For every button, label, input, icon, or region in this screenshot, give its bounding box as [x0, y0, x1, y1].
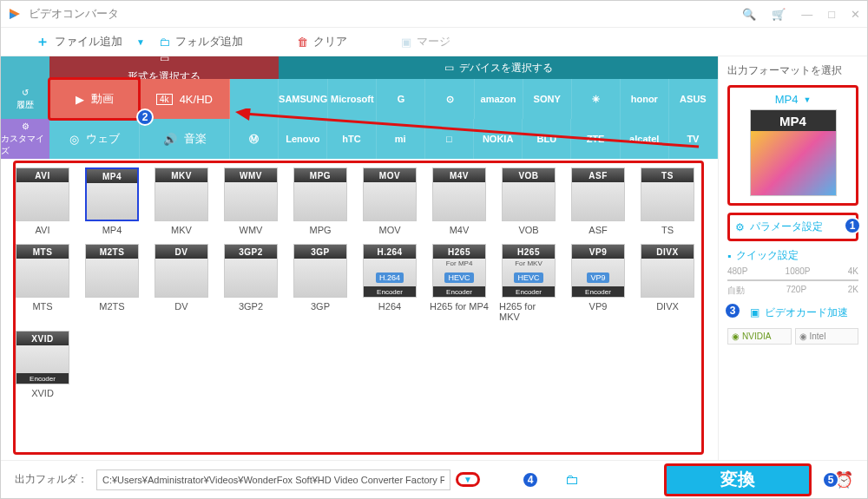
- annotation-badge-4: 4: [522, 471, 539, 489]
- convert-button[interactable]: 変換: [664, 463, 812, 496]
- format-mp4[interactable]: MP4MP4: [82, 167, 141, 235]
- format-vob[interactable]: VOBVOB: [499, 167, 558, 235]
- format-m2ts[interactable]: M2TSM2TS: [82, 244, 141, 322]
- brand-cell[interactable]: ZTE: [571, 119, 620, 159]
- format-vp9[interactable]: VP9VP9EncoderVP9: [569, 244, 628, 322]
- format-label: M4V: [450, 225, 470, 235]
- brand-cell[interactable]: SONY: [523, 79, 572, 119]
- cart-icon[interactable]: 🛒: [772, 8, 786, 21]
- parameter-settings-button[interactable]: ⚙ パラメータ設定 1: [727, 213, 858, 241]
- chevron-down-icon: ▼: [803, 95, 811, 104]
- gpu-accel-toggle[interactable]: 3 ▣ ビデオカード加速: [727, 304, 858, 321]
- brand-cell[interactable]: NOKIA: [474, 119, 523, 159]
- category-4k-label: 4K/HD: [180, 93, 213, 106]
- format-ts[interactable]: TSTS: [638, 167, 697, 235]
- format-mkv[interactable]: MKVMKV: [152, 167, 211, 235]
- brand-cell[interactable]: G: [377, 79, 425, 119]
- format-body: [641, 259, 694, 297]
- format-asf[interactable]: ASFASF: [569, 167, 628, 235]
- quality-slider[interactable]: [727, 279, 858, 281]
- category-tabbar: ▭形式を選択する ▭デバイスを選択する: [1, 56, 718, 79]
- format-dv[interactable]: DVDV: [152, 244, 211, 322]
- brand-cell[interactable]: Ⓜ: [230, 119, 279, 159]
- format-divx[interactable]: DIVXDIVX: [638, 244, 697, 322]
- history-label: 履歴: [16, 99, 34, 111]
- category-video[interactable]: ▶動画: [49, 79, 140, 119]
- format-label: TS: [661, 225, 674, 235]
- bottombar: 出力フォルダ： ▼ 4 🗀 変換 5 ⏰: [1, 460, 867, 498]
- format-header: DV: [155, 245, 207, 259]
- format-body: [433, 182, 485, 220]
- brand-cell[interactable]: mi: [377, 119, 425, 159]
- format-xvid[interactable]: XVIDEncoderXVID: [13, 331, 72, 398]
- format-header: MP4: [87, 169, 137, 183]
- category-audio[interactable]: 🔊音楽: [140, 119, 230, 159]
- format-header: TS: [641, 168, 694, 182]
- output-format-thumb: MP4: [750, 109, 837, 196]
- format-body: [155, 259, 207, 297]
- tab-format[interactable]: ▭形式を選択する: [49, 56, 279, 79]
- brand-cell[interactable]: honor: [621, 79, 669, 119]
- brand-cell[interactable]: TV: [669, 119, 718, 159]
- customize-icon: ⚙: [22, 121, 30, 131]
- sidebar-history[interactable]: ↺履歴: [1, 79, 49, 119]
- output-path-dropdown[interactable]: ▼: [456, 472, 480, 487]
- brand-cell[interactable]: hTC: [327, 119, 376, 159]
- sidebar-customize[interactable]: ⚙カスタマイズ: [1, 119, 49, 159]
- category-web-label: ウェブ: [86, 131, 120, 147]
- add-file-dropdown-icon[interactable]: ▼: [136, 37, 145, 47]
- format-body: [503, 182, 555, 220]
- brand-cell[interactable]: amazon: [475, 79, 523, 119]
- brand-cell[interactable]: ASUS: [669, 79, 718, 119]
- format-body: [225, 182, 277, 220]
- brand-cell[interactable]: [230, 79, 279, 119]
- format-3gp2[interactable]: 3GP23GP2: [221, 244, 280, 322]
- browse-folder-button[interactable]: 🗀: [565, 472, 579, 488]
- format-h265-for-mkv[interactable]: For MKVH265HEVCEncoderH265 for MKV: [499, 244, 558, 322]
- brand-cell[interactable]: SAMSUNG: [279, 79, 328, 119]
- brand-cell[interactable]: Lenovo: [279, 119, 327, 159]
- format-label: ASF: [589, 225, 607, 235]
- encoder-tag: Encoder: [572, 286, 624, 297]
- format-3gp[interactable]: 3GP3GP: [291, 244, 350, 322]
- gpu-nvidia-button[interactable]: ◉NVIDIA: [727, 328, 792, 345]
- format-h265-for-mp4[interactable]: For MP4H265HEVCEncoderH265 for MP4: [430, 244, 489, 322]
- format-header: 3GP2: [225, 245, 277, 259]
- output-format-preview[interactable]: MP4▼ MP4: [727, 85, 858, 206]
- format-m4v[interactable]: M4VM4V: [430, 167, 489, 235]
- format-label: MPG: [309, 225, 331, 235]
- format-mpg[interactable]: MPGMPG: [291, 167, 350, 235]
- merge-icon: ▣: [401, 36, 411, 49]
- merge-button[interactable]: ▣マージ: [392, 30, 459, 53]
- maximize-button[interactable]: □: [828, 8, 835, 21]
- brand-cell[interactable]: Microsoft: [328, 79, 377, 119]
- category-4k[interactable]: 4k4K/HD: [140, 79, 230, 119]
- brand-cell[interactable]: alcatel: [621, 119, 669, 159]
- brand-cell[interactable]: ✳: [572, 79, 621, 119]
- clear-button[interactable]: 🗑クリア: [288, 30, 356, 53]
- search-icon[interactable]: 🔍: [742, 8, 756, 21]
- add-file-button[interactable]: ＋ファイル追加: [27, 30, 131, 55]
- format-header: MKV: [155, 168, 207, 182]
- format-h264[interactable]: H.264H.264EncoderH264: [360, 244, 419, 322]
- brand-cell[interactable]: BLU: [523, 119, 571, 159]
- trash-icon: 🗑: [297, 36, 308, 49]
- encoder-tag: Encoder: [364, 286, 416, 297]
- gpu-intel-button[interactable]: ◉Intel: [795, 328, 859, 345]
- format-avi[interactable]: AVIAVI: [13, 167, 72, 235]
- format-wmv[interactable]: WMVWMV: [221, 167, 280, 235]
- minimize-button[interactable]: —: [801, 8, 812, 21]
- category-audio-label: 音楽: [184, 131, 207, 147]
- brand-cell[interactable]: ⊙: [425, 79, 474, 119]
- close-button[interactable]: ✕: [851, 8, 860, 21]
- quality-tick: 自動: [727, 285, 745, 297]
- output-path-input[interactable]: [96, 469, 450, 490]
- format-mov[interactable]: MOVMOV: [360, 167, 419, 235]
- format-header: ASF: [572, 168, 624, 182]
- fourk-icon: 4k: [156, 94, 173, 105]
- add-folder-button[interactable]: 🗀フォルダ追加: [150, 30, 252, 53]
- category-web[interactable]: ◎ウェブ: [49, 119, 140, 159]
- brand-cell[interactable]: □: [425, 119, 474, 159]
- format-mts[interactable]: MTSMTS: [13, 244, 72, 322]
- tab-device[interactable]: ▭デバイスを選択する: [279, 56, 718, 79]
